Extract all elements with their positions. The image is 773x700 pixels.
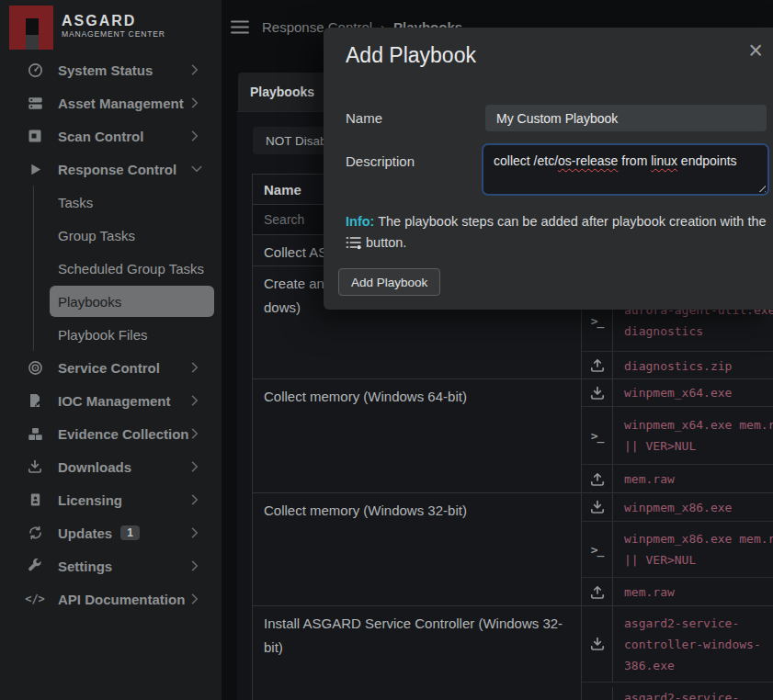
chevron-right-icon: [191, 593, 199, 604]
sidebar-item-label: Group Tasks: [58, 228, 135, 243]
step-command: winpmem_x64.exe: [613, 379, 773, 406]
sidebar-item-service-control[interactable]: Service Control: [0, 351, 222, 384]
sidebar-item-api-documentation[interactable]: </>API Documentation: [0, 582, 222, 615]
sidebar-item-updates[interactable]: Updates1: [0, 516, 222, 549]
tab-playbooks[interactable]: Playbooks: [238, 73, 326, 111]
playbook-step: winpmem_x86.exe: [582, 493, 773, 521]
info-text-after: button.: [366, 235, 406, 250]
playbook-step: asgard2-service-: [582, 682, 773, 700]
add-playbook-modal: Add Playbook × Name Description collect …: [324, 28, 773, 310]
playbook-steps-icon: [346, 236, 362, 250]
description-field-label: Description: [346, 153, 415, 169]
step-command: winpmem_x86.exe: [613, 493, 773, 521]
sidebar-item-label: Evidence Collection: [58, 426, 189, 442]
app-root: ASGARD MANAGEMENT CENTER System StatusAs…: [0, 0, 773, 700]
download-icon: [26, 459, 44, 474]
misspelled-word: os-release: [558, 153, 618, 168]
chevron-right-icon: [191, 97, 199, 108]
sidebar: ASGARD MANAGEMENT CENTER System StatusAs…: [0, 0, 222, 700]
playbook-steps: winpmem_x64.exe>_winpmem_x64.exe mem.r||…: [582, 379, 773, 492]
step-command: winpmem_x86.exe mem.r|| VER>NUL: [613, 522, 773, 577]
step-command: asgard2-service-: [613, 687, 773, 700]
sidebar-item-settings[interactable]: Settings: [0, 549, 222, 582]
upload-icon: [582, 578, 613, 606]
step-command: diagnostics.zip: [613, 352, 773, 379]
playbook-step: >_winpmem_x64.exe mem.r|| VER>NUL: [582, 406, 773, 464]
misspelled-word: linux: [651, 153, 677, 168]
sidebar-item-label: Playbook Files: [58, 327, 148, 343]
chevron-right-icon: [191, 130, 199, 141]
modal-title: Add Playbook: [346, 43, 476, 68]
chevron-right-icon: [191, 395, 199, 406]
playbook-step: >_winpmem_x86.exe mem.r|| VER>NUL: [582, 521, 773, 577]
playbook-row[interactable]: Install ASGARD Service Controller (Windo…: [253, 606, 773, 700]
sidebar-item-scan-control[interactable]: Scan Control: [0, 119, 222, 152]
sidebar-item-label: Licensing: [58, 492, 122, 508]
sidebar-item-label: Response Control: [58, 162, 176, 177]
play-icon: [26, 163, 44, 176]
step-command: asgard2-service-controller-windows-386.e…: [613, 606, 773, 682]
playbook-row[interactable]: Collect memory (Windows 32-bit)winpmem_x…: [253, 493, 773, 606]
chevron-right-icon: [191, 64, 199, 75]
sidebar-item-label: Scheduled Group Tasks: [58, 261, 204, 277]
sidebar-item-asset-management[interactable]: Asset Management: [0, 86, 222, 119]
add-playbook-button[interactable]: Add Playbook: [338, 268, 440, 296]
sidebar-item-label: Tasks: [58, 195, 93, 210]
chevron-right-icon: [191, 527, 199, 538]
sidebar-item-label: Service Control: [58, 360, 160, 376]
sidebar-item-label: System Status: [58, 62, 153, 78]
upload-icon: [582, 465, 613, 493]
sidebar-item-label: Downloads: [58, 459, 131, 475]
info-label: Info:: [346, 214, 374, 229]
refresh-icon: [26, 525, 44, 540]
sidebar-item-downloads[interactable]: Downloads: [0, 450, 222, 483]
chevron-right-icon: [191, 494, 199, 505]
terminal-icon: >_: [582, 407, 613, 464]
close-icon[interactable]: ×: [748, 39, 763, 63]
speedometer-icon: [26, 62, 44, 78]
chevron-right-icon: [191, 428, 199, 439]
scan-icon: [26, 129, 44, 143]
hamburger-menu-icon[interactable]: [231, 20, 249, 34]
step-command: mem.raw: [613, 578, 773, 606]
sidebar-item-playbooks[interactable]: Playbooks: [0, 285, 222, 318]
chevron-down-icon: [191, 165, 202, 173]
id-card-icon: [26, 492, 44, 507]
sidebar-item-scheduled-group-tasks[interactable]: Scheduled Group Tasks: [0, 252, 222, 285]
info-note: Info: The playbook steps can be added af…: [346, 211, 773, 254]
target-icon: [26, 360, 44, 376]
file-pen-icon: [26, 393, 44, 408]
playbook-row[interactable]: Collect memory (Windows 64-bit)winpmem_x…: [253, 379, 773, 493]
sidebar-item-evidence-collection[interactable]: Evidence Collection: [0, 417, 222, 450]
asgard-logo-icon: [9, 6, 53, 50]
sidebar-item-label: IOC Management: [58, 393, 171, 409]
chevron-right-icon: [191, 362, 199, 373]
sidebar-item-licensing[interactable]: Licensing: [0, 483, 222, 516]
playbook-steps: asgard2-service-controller-windows-386.e…: [582, 606, 773, 700]
sidebar-item-label: Scan Control: [58, 129, 143, 144]
playbook-name-cell: Collect memory (Windows 64-bit): [253, 379, 582, 492]
sidebar-item-label: Playbooks: [58, 294, 121, 310]
sidebar-item-label: Settings: [58, 559, 112, 574]
sidebar-item-playbook-files[interactable]: Playbook Files: [0, 318, 222, 351]
brand-logo[interactable]: ASGARD MANAGEMENT CENTER: [0, 0, 222, 53]
sidebar-item-response-control[interactable]: Response Control: [0, 152, 222, 186]
textarea-resize-grip[interactable]: [756, 183, 766, 192]
sidebar-item-label: Asset Management: [58, 96, 184, 111]
sidebar-item-tasks[interactable]: Tasks: [0, 186, 222, 219]
boxes-icon: [26, 426, 44, 442]
sidebar-item-group-tasks[interactable]: Group Tasks: [0, 219, 222, 252]
download-icon: [582, 379, 613, 406]
playbook-step: diagnostics.zip: [582, 351, 773, 379]
brand-title: ASGARD: [62, 13, 165, 29]
description-textarea[interactable]: collect /etc/os-release from linux endpo…: [482, 143, 769, 196]
brand-subtitle: MANAGEMENT CENTER: [62, 29, 165, 39]
download-icon: [582, 687, 613, 700]
sidebar-item-ioc-management[interactable]: IOC Management: [0, 384, 222, 417]
sidebar-nav: System StatusAsset ManagementScan Contro…: [0, 53, 222, 615]
sidebar-item-label: API Documentation: [58, 592, 185, 607]
sidebar-item-system-status[interactable]: System Status: [0, 53, 222, 86]
download-icon: [582, 606, 613, 682]
name-field[interactable]: [485, 105, 767, 131]
playbook-step: mem.raw: [582, 464, 773, 493]
